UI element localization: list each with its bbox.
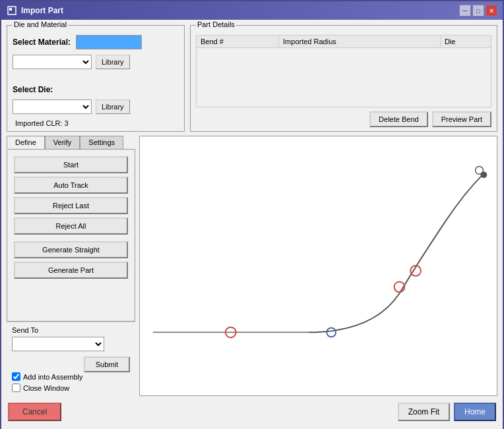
endpoint-ring — [476, 167, 484, 175]
title-bar-left: Import Part — [7, 5, 63, 16]
bottom-bar: Cancel Zoom Fit Home — [7, 400, 497, 424]
col-bend: Bend # — [197, 36, 279, 48]
tab-verify[interactable]: Verify — [45, 136, 80, 149]
part-details-panel: Part Details Bend # Imported Radius Die … — [190, 25, 497, 132]
start-button[interactable]: Start — [14, 156, 128, 173]
window-title: Import Part — [21, 6, 63, 15]
define-btn-group-2: Generate Straight Generate Part — [14, 241, 128, 279]
select-die-label: Select Die: — [13, 85, 72, 94]
reject-all-button[interactable]: Reject All — [14, 217, 128, 235]
canvas-area — [139, 136, 497, 396]
tab-define-content: Start Auto Track Reject Last Reject All … — [7, 149, 135, 322]
send-to-section: Send To Submit Add into As — [7, 322, 135, 396]
imported-clr: Imported CLR: 3 — [15, 119, 179, 127]
die-library-button[interactable]: Library — [96, 100, 130, 114]
close-window-row: Close Window — [12, 384, 130, 392]
submit-button[interactable]: Submit — [84, 357, 130, 372]
material-library-button[interactable]: Library — [96, 55, 130, 69]
die-material-panel: Die and Material Select Material: Librar… — [7, 25, 185, 132]
endpoint-marker — [480, 171, 487, 178]
part-details-title: Part Details — [196, 20, 236, 28]
delete-bend-button[interactable]: Delete Bend — [369, 111, 428, 127]
material-dropdown-row: Library — [13, 55, 179, 69]
col-die: Die — [440, 36, 491, 48]
preview-part-button[interactable]: Preview Part — [432, 111, 491, 127]
title-bar: Import Part ─ □ ✕ — [1, 1, 503, 20]
die-select[interactable] — [13, 100, 92, 114]
cancel-button[interactable]: Cancel — [8, 403, 61, 421]
middle-section: Define Verify Settings Start Auto Track … — [7, 136, 497, 396]
maximize-button[interactable]: □ — [472, 5, 484, 16]
left-content: Define Verify Settings Start Auto Track … — [7, 136, 135, 396]
part-diagram — [140, 136, 497, 395]
close-button[interactable]: ✕ — [486, 5, 497, 16]
window-icon — [7, 5, 17, 16]
bottom-right-buttons: Zoom Fit Home — [398, 403, 496, 421]
select-die-row: Select Die: — [13, 85, 179, 94]
material-color-swatch — [76, 35, 142, 49]
select-material-row: Select Material: — [13, 35, 179, 49]
send-to-row — [12, 337, 130, 351]
add-assembly-label: Add into Assembly — [23, 373, 83, 381]
define-btn-group-1: Start Auto Track Reject Last Reject All — [14, 156, 128, 235]
die-dropdown-row: Library — [13, 100, 179, 114]
send-to-label: Send To — [12, 326, 130, 334]
send-to-select[interactable] — [12, 337, 104, 351]
top-section: Die and Material Select Material: Librar… — [7, 25, 497, 132]
reject-last-button[interactable]: Reject Last — [14, 197, 128, 214]
col-radius: Imported Radius — [279, 36, 441, 48]
auto-track-button[interactable]: Auto Track — [14, 177, 128, 194]
tab-settings[interactable]: Settings — [80, 136, 123, 149]
part-details-table: Bend # Imported Radius Die — [196, 35, 491, 48]
home-button[interactable]: Home — [454, 403, 496, 421]
bend-marker-2 — [327, 328, 336, 337]
main-content: Die and Material Select Material: Librar… — [1, 20, 503, 429]
svg-rect-1 — [9, 8, 12, 11]
close-window-checkbox[interactable] — [12, 384, 20, 392]
zoom-fit-button[interactable]: Zoom Fit — [398, 403, 450, 421]
generate-part-button[interactable]: Generate Part — [14, 262, 128, 279]
generate-straight-button[interactable]: Generate Straight — [14, 241, 128, 258]
material-select[interactable] — [13, 55, 92, 69]
add-assembly-row: Add into Assembly — [12, 372, 130, 381]
minimize-button[interactable]: ─ — [459, 5, 471, 16]
left-panel: Define Verify Settings Start Auto Track … — [7, 136, 135, 396]
tab-define[interactable]: Define — [7, 136, 45, 149]
import-part-window: Import Part ─ □ ✕ Die and Material Selec… — [0, 0, 504, 429]
add-assembly-checkbox[interactable] — [12, 372, 20, 381]
die-material-title: Die and Material — [13, 20, 68, 28]
part-details-body — [196, 48, 491, 107]
select-material-label: Select Material: — [13, 38, 72, 47]
title-buttons: ─ □ ✕ — [459, 5, 497, 16]
close-window-label: Close Window — [23, 384, 69, 392]
part-details-actions: Delete Bend Preview Part — [196, 111, 491, 127]
tabs: Define Verify Settings — [7, 136, 135, 149]
